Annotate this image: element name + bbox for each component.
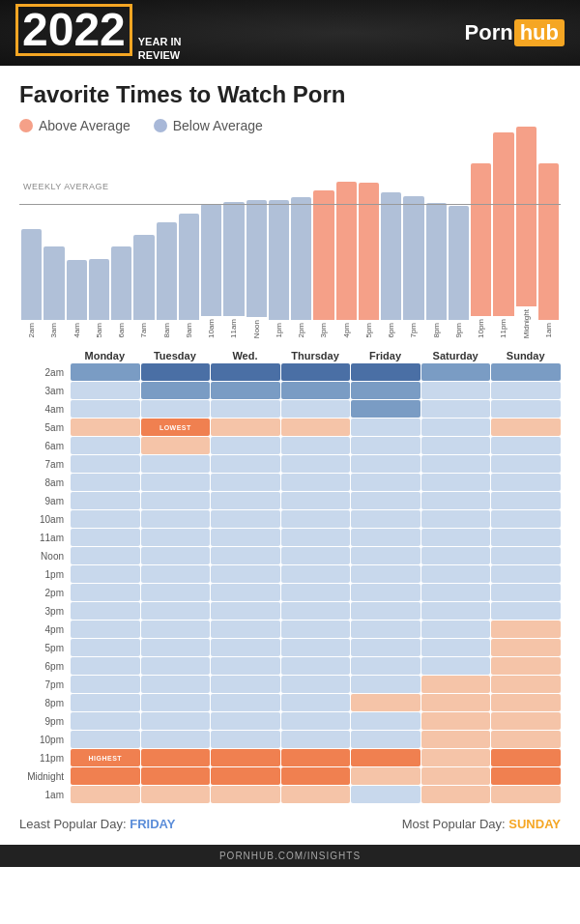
heatmap-cell xyxy=(71,565,140,583)
heatmap-cell xyxy=(141,565,211,583)
heatmap-cell xyxy=(71,657,140,675)
heatmap-cell xyxy=(491,455,561,473)
heatmap-cell xyxy=(141,731,211,748)
heatmap-cell xyxy=(141,510,211,528)
heatmap-cell xyxy=(211,621,280,638)
heatmap-cell xyxy=(141,694,211,711)
heatmap-cell xyxy=(71,492,140,509)
bar xyxy=(403,196,423,320)
heatmap-day-header: Tuesday xyxy=(140,350,211,361)
heatmap-cell xyxy=(141,621,211,638)
bar xyxy=(381,192,401,320)
most-popular: Most Popular Day: SUNDAY xyxy=(402,817,561,831)
heatmap-cell xyxy=(421,400,491,418)
bar-chart-container: WEEKLY AVERAGE 2am3am4am5am6am7am8am9am1… xyxy=(19,145,561,338)
heatmap-cell xyxy=(421,455,491,473)
heatmap-cell xyxy=(491,492,561,509)
heatmap-cell xyxy=(71,437,140,454)
heatmap-cell xyxy=(351,749,420,766)
bar xyxy=(201,204,221,316)
heatmap-cell xyxy=(211,529,280,546)
heatmap-row: 8am xyxy=(19,474,561,491)
bar-col: 11am xyxy=(223,202,244,338)
bar-label: 9am xyxy=(185,323,193,338)
heatmap-time-label: 9pm xyxy=(19,716,70,727)
heatmap-cell xyxy=(281,547,351,564)
heatmap-cell xyxy=(211,786,280,803)
heatmap-row: 10pm xyxy=(19,731,561,748)
avg-line xyxy=(19,204,561,205)
heatmap-cell xyxy=(211,492,280,509)
heatmap-cell xyxy=(141,676,211,693)
heatmap-cell xyxy=(71,676,140,693)
heatmap-time-label: Noon xyxy=(19,551,70,562)
heatmap-cell xyxy=(351,419,420,436)
bar-col: 6am xyxy=(111,246,131,338)
bar-col: 2pm xyxy=(291,197,311,338)
heatmap-cell xyxy=(211,767,280,785)
heatmap-cell xyxy=(491,437,561,454)
bar xyxy=(179,214,199,320)
bar-label: 1am xyxy=(544,323,553,338)
year-number: 2022 xyxy=(15,4,132,56)
heatmap-time-label: 6am xyxy=(19,441,70,451)
heatmap-cell xyxy=(71,639,140,656)
page-header: 2022 YEAR IN REVIEW Pornhub xyxy=(0,0,580,66)
heatmap-cell xyxy=(421,749,491,766)
heatmap-cell xyxy=(281,363,351,381)
below-dot xyxy=(154,119,167,132)
heatmap-cell xyxy=(351,786,420,803)
heatmap-cell xyxy=(421,474,491,491)
heatmap-cell xyxy=(421,657,491,675)
heatmap-cell xyxy=(491,694,561,711)
chart-legend: Above Average Below Average xyxy=(19,118,561,133)
heatmap-time-label: 1am xyxy=(19,790,70,800)
heatmap-cell xyxy=(421,529,491,546)
heatmap-cell xyxy=(281,694,351,711)
heatmap-cell xyxy=(71,382,140,399)
heatmap-cell xyxy=(71,400,140,418)
heatmap-cell xyxy=(351,492,420,509)
heatmap-cell xyxy=(141,602,211,620)
bar-label: 3pm xyxy=(319,323,328,338)
page-footer: PORNHUB.COM/INSIGHTS xyxy=(0,845,580,867)
heatmap-cell xyxy=(491,565,561,583)
heatmap-cell xyxy=(211,510,280,528)
heatmap-cell xyxy=(211,657,280,675)
heatmap-cell: LOWEST xyxy=(141,419,211,436)
heatmap-cell xyxy=(211,749,280,766)
heatmap-cell xyxy=(421,363,491,381)
heatmap-cell xyxy=(421,786,491,803)
pornhub-logo: Pornhub xyxy=(465,19,565,46)
heatmap-cell xyxy=(141,712,211,730)
heatmap-cell xyxy=(421,419,491,436)
heatmap-cell xyxy=(71,584,140,601)
heatmap-cell xyxy=(421,767,491,785)
heatmap-cell xyxy=(141,749,211,766)
heatmap-cell xyxy=(71,767,140,785)
bar-col: 7am xyxy=(133,235,154,338)
bar xyxy=(516,127,536,306)
bar-label: 3am xyxy=(49,323,58,338)
heatmap-row: 9am xyxy=(19,492,561,509)
bar-label: 11am xyxy=(229,319,238,338)
heatmap-cell xyxy=(71,363,140,381)
heatmap-cell xyxy=(351,437,420,454)
heatmap-cell xyxy=(351,584,420,601)
heatmap-cell xyxy=(351,474,420,491)
heatmap-cell xyxy=(421,492,491,509)
heatmap-rows: 2am3am4am5amLOWEST6am7am8am9am10am11amNo… xyxy=(19,363,561,803)
heatmap-cell xyxy=(141,382,211,399)
heatmap-cell xyxy=(211,419,280,436)
heatmap-cell xyxy=(351,731,420,748)
heatmap-cell xyxy=(281,400,351,418)
heatmap-row: 5pm xyxy=(19,639,561,656)
heatmap-time-label: 10am xyxy=(19,514,70,525)
heatmap-cell xyxy=(281,584,351,601)
heatmap-cell xyxy=(491,547,561,564)
least-popular: Least Popular Day: FRIDAY xyxy=(19,817,175,831)
chart-title: Favorite Times to Watch Porn xyxy=(19,81,561,108)
heatmap-cell xyxy=(491,712,561,730)
heatmap-cell xyxy=(141,584,211,601)
bar-label: 11pm xyxy=(499,319,508,338)
